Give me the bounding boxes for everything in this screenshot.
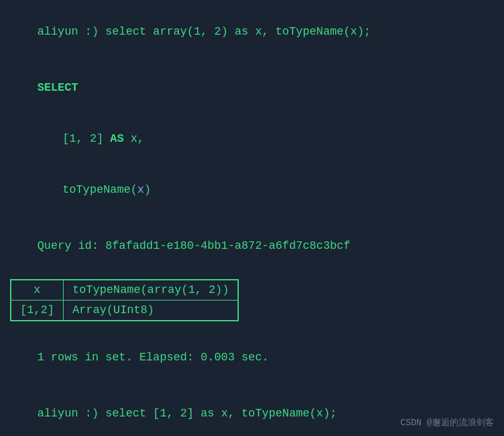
keyword-select-1: SELECT bbox=[37, 81, 78, 94]
prompt-text-2: aliyun :) bbox=[37, 407, 105, 420]
spacer-2 bbox=[10, 215, 494, 221]
command-text-2: select [1, 2] bbox=[105, 407, 200, 420]
table-row: [1,2] Array(UInt8) bbox=[11, 301, 238, 321]
command-text-2b: x, toTypeName(x); bbox=[214, 407, 336, 420]
as-keyword-1: as bbox=[234, 25, 248, 38]
func-1: toTypeName( bbox=[62, 183, 137, 196]
select-field-1: [1, 2] AS x, bbox=[10, 113, 494, 164]
spacer-1 bbox=[10, 57, 494, 62]
result-table: x toTypeName(array(1, 2)) [1,2] Array(UI… bbox=[10, 279, 239, 321]
elapsed-line: 1 rows in set. Elapsed: 0.003 sec. bbox=[10, 332, 494, 383]
query-id-text: Query id: 8fafadd1-e180-4bb1-a872-a6fd7c… bbox=[37, 239, 350, 252]
spacer-3 bbox=[10, 272, 494, 277]
array-literal-1: [1, 2] bbox=[62, 132, 110, 145]
alias-1: x, bbox=[123, 132, 144, 145]
cell-x-value: [1,2] bbox=[11, 301, 64, 321]
spacer-4 bbox=[10, 327, 494, 332]
as-kw-1: AS bbox=[110, 132, 124, 145]
indent-1 bbox=[37, 130, 62, 147]
command-text-1b: x, toTypeName(x); bbox=[248, 25, 370, 38]
prompt-text-1: aliyun :) bbox=[37, 25, 105, 38]
query-id-line: Query id: 8fafadd1-e180-4bb1-a872-a6fd7c… bbox=[10, 221, 494, 272]
col-header-totypename: toTypeName(array(1, 2)) bbox=[64, 280, 238, 301]
cell-totypename-value: Array(UInt8) bbox=[64, 301, 238, 321]
select-keyword-1: SELECT bbox=[10, 62, 494, 113]
select-field-2: toTypeName(x) bbox=[10, 164, 494, 215]
spacer-5 bbox=[10, 383, 494, 388]
func-arg-1: x bbox=[137, 183, 144, 196]
terminal-window: aliyun :) select array(1, 2) as x, toTyp… bbox=[0, 0, 504, 436]
func-close-1: ) bbox=[144, 183, 151, 196]
col-header-x: x bbox=[11, 280, 64, 301]
prompt-line-1: aliyun :) select array(1, 2) as x, toTyp… bbox=[10, 6, 494, 57]
elapsed-text: 1 rows in set. Elapsed: 0.003 sec. bbox=[37, 351, 268, 364]
table-header-row: x toTypeName(array(1, 2)) bbox=[11, 280, 238, 301]
command-text-1: select array(1, 2) bbox=[105, 25, 234, 38]
indent-2 bbox=[37, 181, 62, 198]
watermark: CSDN @邂逅的流浪剑客 bbox=[401, 416, 494, 430]
as-keyword-2: as bbox=[200, 407, 214, 420]
